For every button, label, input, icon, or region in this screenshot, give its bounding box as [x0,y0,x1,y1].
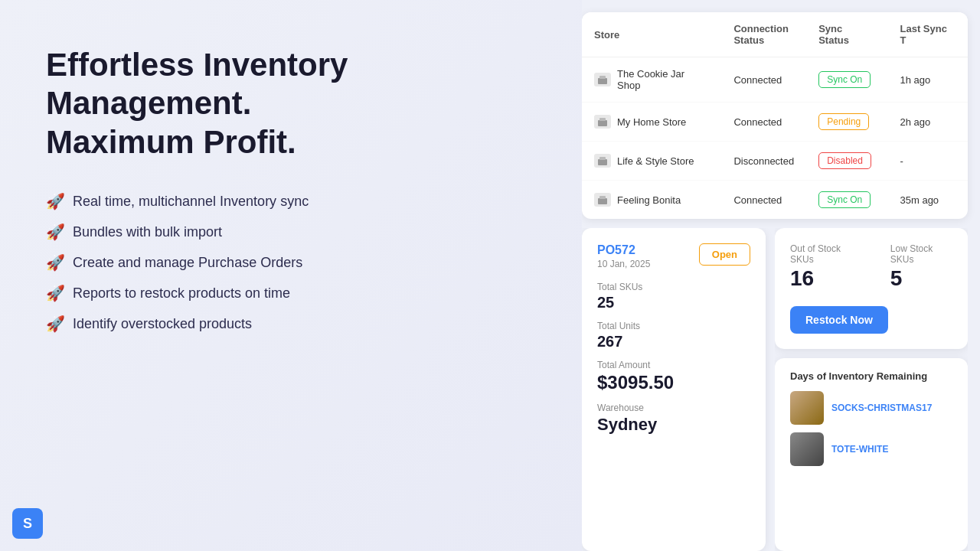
table-row: Feeling Bonita Connected Sync On 35m ago [582,181,968,220]
feature-text: Reports to restock products on time [73,285,290,302]
inventory-item: SOCKS-CHRISTMAS17 [790,391,952,425]
svg-rect-5 [599,157,606,160]
feature-item: 🚀Create and manage Purchase Orders [46,253,536,272]
rocket-icon: 🚀 [46,315,65,333]
low-stock-value: 5 [890,266,952,291]
store-name-cell: My Home Store [582,103,721,142]
col-connection: ConnectionStatus [721,12,806,57]
warehouse-value: Sydney [597,415,750,435]
low-stock-stat: Low Stock SKUs 5 [890,243,952,291]
total-skus-label: Total SKUs [597,282,750,292]
po-header: PO572 10 Jan, 2025 Open [597,243,750,269]
out-of-stock-label: Out of Stock SKUs [790,243,860,265]
connection-status: Connected [721,57,806,103]
store-icon [594,115,611,129]
right-cards: Out of Stock SKUs 16 Low Stock SKUs 5 Re… [775,228,968,551]
store-icon [594,154,611,168]
po-date: 10 Jan, 2025 [597,259,650,269]
store-icon [594,73,611,86]
store-name: Feeling Bonita [617,194,681,206]
left-panel: Effortless Inventory Management. Maximum… [0,0,582,551]
feature-text: Identify overstocked products [73,316,252,332]
inventory-item-name[interactable]: SOCKS-CHRISTMAS17 [831,403,932,413]
sync-status: Sync On [806,57,887,103]
avatar[interactable]: S [12,508,43,539]
sync-badge: Sync On [818,71,871,88]
avatar-label: S [23,516,32,532]
connection-status: Connected [721,103,806,142]
headline: Effortless Inventory Management. Maximum… [46,46,536,161]
low-stock-label: Low Stock SKUs [890,243,952,265]
store-name: Life & Style Store [617,155,694,167]
feature-item: 🚀Bundles with bulk import [46,223,536,241]
svg-rect-1 [599,76,606,79]
svg-rect-2 [598,120,607,126]
total-skus-value: 25 [597,294,750,311]
total-units-value: 267 [597,333,750,350]
po-card: PO572 10 Jan, 2025 Open Total SKUs 25 To… [582,228,766,551]
rocket-icon: 🚀 [46,192,65,210]
table-row: My Home Store Connected Pending 2h ago [582,103,968,142]
total-units-label: Total Units [597,321,750,331]
last-sync: 35m ago [888,181,969,220]
rocket-icon: 🚀 [46,253,65,272]
out-of-stock-value: 16 [790,266,860,291]
feature-text: Bundles with bulk import [73,224,222,240]
total-amount-label: Total Amount [597,360,750,370]
stock-row: Out of Stock SKUs 16 Low Stock SKUs 5 [790,243,952,291]
out-of-stock-stat: Out of Stock SKUs 16 [790,243,860,291]
svg-rect-4 [598,159,607,165]
feature-item: 🚀Identify overstocked products [46,315,536,333]
store-name: The Cookie Jar Shop [617,68,709,91]
sync-status: Pending [806,103,887,142]
connection-status: Disconnected [721,142,806,181]
store-name: My Home Store [617,116,686,128]
svg-rect-6 [598,198,607,204]
svg-rect-3 [599,118,606,121]
inventory-thumb [790,391,824,425]
po-id-link[interactable]: PO572 [597,243,635,256]
total-amount-value: $3095.50 [597,372,750,393]
headline-line1: Effortless Inventory Management. [46,46,536,123]
feature-text: Create and manage Purchase Orders [73,255,302,271]
svg-rect-7 [599,196,606,199]
last-sync: - [888,142,969,181]
inventory-thumb [790,432,824,466]
connection-status: Connected [721,181,806,220]
feature-item: 🚀Reports to restock products on time [46,284,536,302]
store-name-cell: The Cookie Jar Shop [582,57,721,103]
store-table-card: Store ConnectionStatus Sync Status Last … [582,12,968,219]
feature-item: 🚀Real time, multichannel Inventory sync [46,192,536,210]
store-table: Store ConnectionStatus Sync Status Last … [582,12,968,219]
stock-card: Out of Stock SKUs 16 Low Stock SKUs 5 Re… [775,228,968,349]
col-store: Store [582,12,721,57]
sync-status: Sync On [806,181,887,220]
inventory-item: TOTE-WHITE [790,432,952,466]
col-sync: Sync Status [806,12,887,57]
last-sync: 2h ago [888,103,969,142]
rocket-icon: 🚀 [46,223,65,241]
rocket-icon: 🚀 [46,284,65,302]
sync-badge: Disabled [818,152,871,169]
svg-rect-0 [598,78,607,84]
feature-text: Real time, multichannel Inventory sync [73,194,309,210]
restock-button[interactable]: Restock Now [790,306,888,334]
table-row: Life & Style Store Disconnected Disabled… [582,142,968,181]
headline-line2: Maximum Profit. [46,123,536,161]
col-lastsync: Last Sync T [888,12,969,57]
bottom-row: PO572 10 Jan, 2025 Open Total SKUs 25 To… [582,228,968,551]
po-open-button[interactable]: Open [699,243,750,266]
warehouse-label: Warehouse [597,403,750,413]
sync-badge: Pending [818,113,869,130]
sync-status: Disabled [806,142,887,181]
last-sync: 1h ago [888,57,969,103]
inventory-item-name[interactable]: TOTE-WHITE [831,444,888,455]
store-icon [594,193,611,207]
right-panel: Store ConnectionStatus Sync Status Last … [582,0,980,551]
store-name-cell: Feeling Bonita [582,181,721,220]
features-list: 🚀Real time, multichannel Inventory sync🚀… [46,192,536,333]
days-inventory-card: Days of Inventory Remaining SOCKS-CHRIST… [775,358,968,551]
sync-badge: Sync On [818,191,871,208]
table-row: The Cookie Jar Shop Connected Sync On 1h… [582,57,968,103]
inventory-items-list: SOCKS-CHRISTMAS17 TOTE-WHITE [790,391,952,466]
